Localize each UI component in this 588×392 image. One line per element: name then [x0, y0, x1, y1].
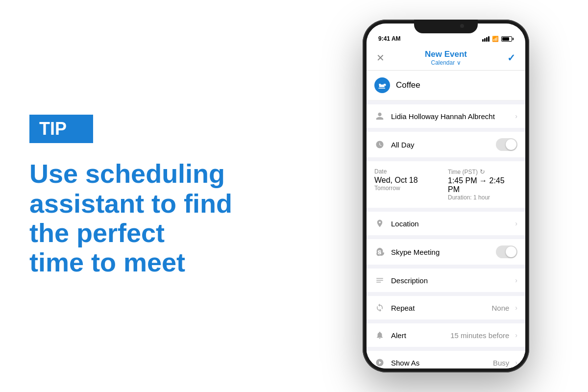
content-area: Coffee Lidia Holloway Ha	[367, 71, 525, 368]
duration-value: Duration: 1 hour	[448, 194, 517, 201]
date-label: Date	[374, 168, 444, 175]
time-label: Time (PST) ↻	[448, 168, 517, 175]
location-row[interactable]: Location ›	[367, 212, 525, 235]
all-day-row: All Day	[367, 132, 525, 157]
attendees-chevron: ›	[515, 112, 517, 120]
date-value: Wed, Oct 18	[374, 176, 444, 185]
status-time: 9:41 AM	[378, 35, 401, 42]
refresh-icon: ↻	[480, 168, 485, 175]
clock-icon	[374, 139, 385, 150]
all-day-label: All Day	[391, 141, 415, 149]
show-as-chevron: ›	[515, 359, 517, 367]
nav-title-main: New Event	[385, 49, 507, 59]
repeat-value: None	[491, 304, 509, 312]
skype-content: Skype Meeting	[391, 248, 490, 256]
location-section: Location ›	[367, 212, 525, 235]
event-title-section: Coffee	[367, 71, 525, 100]
alert-label: Alert	[391, 331, 406, 340]
main-headline: Use scheduling assistant to find the per…	[29, 159, 274, 277]
nav-bar: ✕ New Event Calendar ∨ ✓	[367, 45, 525, 71]
show-as-value: Busy	[493, 359, 509, 367]
date-sub: Tomorrow	[374, 185, 444, 192]
repeat-chevron: ›	[515, 304, 517, 312]
location-label: Location	[391, 220, 419, 228]
attendees-row[interactable]: Lidia Holloway Hannah Albrecht ›	[367, 104, 525, 128]
coffee-icon	[374, 77, 390, 93]
all-day-section: All Day	[367, 132, 525, 157]
datetime-grid: Date Wed, Oct 18 Tomorrow Time (PST) ↻ 1…	[374, 168, 517, 201]
tip-badge: TIP	[29, 115, 93, 143]
location-icon	[374, 218, 385, 229]
date-col[interactable]: Date Wed, Oct 18 Tomorrow	[374, 168, 444, 201]
time-col[interactable]: Time (PST) ↻ 1:45 PM → 2:45 PM Duration:…	[448, 168, 517, 201]
time-value: 1:45 PM → 2:45 PM	[448, 176, 517, 194]
skype-label: Skype Meeting	[391, 248, 440, 256]
description-chevron: ›	[515, 276, 517, 284]
alert-row[interactable]: Alert 15 minutes before ›	[367, 323, 525, 347]
description-label: Description	[391, 276, 428, 285]
toggle-knob	[506, 139, 516, 150]
battery-icon	[501, 36, 514, 42]
status-bar-right: 📶	[482, 36, 514, 42]
signal-icon	[482, 36, 490, 42]
attendees-names: Lidia Holloway Hannah Albrecht	[391, 112, 495, 121]
repeat-icon	[374, 302, 385, 313]
phone-mockup: 9:41 AM 📶	[363, 20, 529, 372]
left-panel: TIP Use scheduling assistant to find the…	[0, 0, 304, 392]
nav-title-sub: Calendar ∨	[385, 59, 507, 66]
right-panel: 9:41 AM 📶	[304, 0, 588, 392]
description-section: Description ›	[367, 269, 525, 292]
skype-toggle[interactable]	[496, 245, 517, 258]
notch-dot	[460, 24, 464, 28]
description-row[interactable]: Description ›	[367, 269, 525, 292]
alert-value: 15 minutes before	[450, 331, 509, 340]
repeat-content: Repeat	[391, 304, 486, 312]
save-button[interactable]: ✓	[507, 52, 515, 64]
phone-screen: 9:41 AM 📶	[367, 24, 525, 368]
person-icon	[374, 111, 385, 122]
show-as-row[interactable]: Show As Busy ›	[367, 351, 525, 368]
coffee-svg	[378, 81, 387, 90]
datetime-section: Date Wed, Oct 18 Tomorrow Time (PST) ↻ 1…	[367, 161, 525, 208]
skype-icon	[374, 246, 385, 257]
repeat-section: Repeat None ›	[367, 296, 525, 319]
wifi-icon: 📶	[492, 36, 499, 42]
show-as-content: Show As	[391, 359, 487, 367]
skype-section: Skype Meeting	[367, 239, 525, 265]
repeat-row[interactable]: Repeat None ›	[367, 296, 525, 319]
event-title-text: Coffee	[396, 80, 420, 90]
repeat-label: Repeat	[391, 304, 415, 312]
location-content: Location	[391, 220, 509, 228]
phone-frame: 9:41 AM 📶	[363, 20, 529, 372]
location-chevron: ›	[515, 220, 517, 227]
all-day-toggle[interactable]	[496, 138, 517, 151]
attendees-content: Lidia Holloway Hannah Albrecht	[391, 112, 509, 121]
show-as-section: Show As Busy ›	[367, 351, 525, 368]
description-icon	[374, 275, 385, 286]
cancel-button[interactable]: ✕	[376, 52, 385, 64]
alert-section: Alert 15 minutes before ›	[367, 323, 525, 347]
event-title-row: Coffee	[367, 71, 525, 100]
skype-row: Skype Meeting	[367, 239, 525, 265]
skype-toggle-knob	[506, 246, 516, 257]
show-as-icon	[374, 357, 385, 368]
all-day-content: All Day	[391, 141, 490, 149]
show-as-label: Show As	[391, 359, 419, 367]
alert-content: Alert	[391, 331, 444, 340]
attendees-section: Lidia Holloway Hannah Albrecht ›	[367, 104, 525, 128]
description-content: Description	[391, 276, 509, 285]
nav-title: New Event Calendar ∨	[385, 49, 507, 66]
alert-icon	[374, 330, 385, 341]
phone-notch	[414, 20, 478, 33]
alert-chevron: ›	[515, 331, 517, 339]
